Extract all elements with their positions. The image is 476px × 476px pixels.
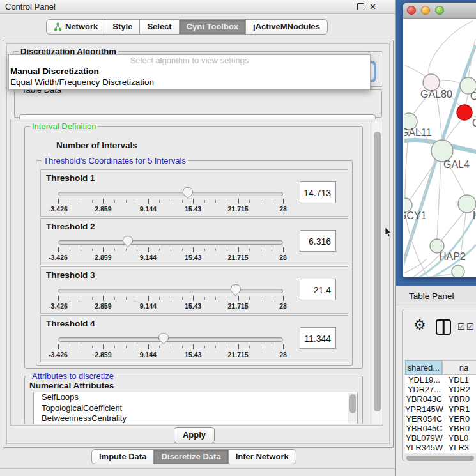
table-row[interactable]: YDL19...YDL1 xyxy=(405,375,476,385)
table-cell[interactable]: YLR345W xyxy=(405,443,443,452)
table-cell[interactable]: YDR2 xyxy=(443,385,476,394)
slider-ticks xyxy=(58,247,283,254)
scrollbar-thumb[interactable] xyxy=(349,394,356,413)
table-row[interactable]: YBR043CYBR0 xyxy=(405,394,476,404)
network-edge[interactable] xyxy=(410,160,437,200)
table-cell[interactable]: YDL19... xyxy=(405,375,443,385)
checkbox-icon[interactable]: ☑ xyxy=(466,323,474,331)
threshold-slider[interactable]: -3.4262.8599.14415.4321.71528 xyxy=(58,335,283,360)
option-equal-width-frequency[interactable]: Equal Width/Frequency Discretization xyxy=(10,77,154,87)
table-cell[interactable]: YBR0 xyxy=(443,424,476,433)
threshold-slider[interactable]: -3.4262.8599.14415.4321.71528 xyxy=(58,189,283,215)
table-cell[interactable]: YBL079W xyxy=(405,433,443,443)
slider-track[interactable] xyxy=(58,192,283,196)
column-header-shared-name[interactable]: shared... xyxy=(405,360,442,375)
apply-button[interactable]: Apply xyxy=(174,427,215,443)
threshold-value-field[interactable]: 6.316 xyxy=(300,230,336,252)
network-node[interactable] xyxy=(431,140,453,162)
table-row[interactable]: YIL052CYIL0 xyxy=(405,453,476,454)
tab-network[interactable]: Network xyxy=(46,19,105,35)
table-cell[interactable]: YBL0 xyxy=(443,433,476,443)
split-columns-icon[interactable] xyxy=(436,319,451,335)
list-item[interactable]: BetweennessCentrality xyxy=(34,413,357,424)
table-cell[interactable]: YPR145W xyxy=(405,404,443,414)
slider-track[interactable] xyxy=(58,337,283,342)
network-edge[interactable] xyxy=(404,63,427,78)
table-row[interactable]: YER054CYER0 xyxy=(405,414,476,424)
slider-thumb[interactable] xyxy=(182,187,194,199)
slider-thumb[interactable] xyxy=(230,284,242,296)
float-window-icon[interactable] xyxy=(357,3,364,10)
network-node[interactable] xyxy=(457,105,472,120)
network-window-titlebar[interactable] xyxy=(403,3,476,19)
network-edge[interactable] xyxy=(465,94,468,106)
list-item[interactable]: TopologicalCoefficient xyxy=(34,403,357,414)
table-row[interactable]: YBL079WYBL0 xyxy=(405,433,476,443)
table-row[interactable]: YBR045CYBR0 xyxy=(405,424,476,433)
threshold-label: Threshold 3 xyxy=(46,270,95,280)
table-row[interactable]: YDR27...YDR2 xyxy=(405,385,476,394)
network-edge[interactable] xyxy=(440,80,461,84)
list-scrollbar[interactable] xyxy=(348,393,357,423)
threshold-slider[interactable]: -3.4262.8599.14415.4321.71528 xyxy=(58,238,283,263)
close-icon[interactable]: ✕ xyxy=(369,3,376,11)
network-canvas[interactable]: GAL80GACGAL11GAL4GCY1HHAP2 xyxy=(404,19,476,277)
table-cell[interactable]: YIL052C xyxy=(405,453,443,454)
minimize-traffic-light[interactable] xyxy=(421,6,430,15)
table-cell[interactable]: YPR1 xyxy=(443,404,476,414)
table-cell[interactable]: YBR043C xyxy=(405,394,443,404)
tab-style[interactable]: Style xyxy=(105,19,140,35)
network-edge[interactable] xyxy=(441,211,464,241)
table-cell[interactable]: YDR27... xyxy=(405,385,443,394)
tab-select[interactable]: Select xyxy=(139,19,179,35)
slider-track[interactable] xyxy=(58,289,283,293)
scrollbar-thumb[interactable] xyxy=(374,132,381,411)
slider-tick-labels: -3.4262.8599.14415.4321.71528 xyxy=(58,302,283,310)
slider-thumb[interactable] xyxy=(122,235,134,248)
tab-discretize-data[interactable]: Discretize Data xyxy=(153,449,228,464)
table-row[interactable]: YLR345WYLR3 xyxy=(405,443,476,452)
slider-thumb[interactable] xyxy=(158,332,169,345)
network-view[interactable]: GAL80GACGAL11GAL4GCY1HHAP2 xyxy=(404,19,476,277)
option-manual-discretization[interactable]: Manual Discretization xyxy=(10,66,99,76)
numerical-attributes-list[interactable]: SelfLoopsTopologicalCoefficientBetweenne… xyxy=(33,392,358,424)
threshold-slider[interactable]: -3.4262.8599.14415.4321.71528 xyxy=(58,286,283,312)
table-row[interactable]: YPR145WYPR1 xyxy=(405,404,476,414)
right-pane: GAL80GACGAL11GAL4GCY1HHAP2 Table Panel ⚙… xyxy=(396,0,476,476)
gear-icon[interactable]: ⚙ xyxy=(413,318,426,332)
table-cell[interactable]: YER054C xyxy=(405,414,443,424)
table-cell[interactable]: YBR045C xyxy=(405,424,443,433)
tab-cyni-toolbox[interactable]: Cyni Toolbox xyxy=(179,19,246,35)
table-cell[interactable]: YDL1 xyxy=(443,375,476,385)
list-item[interactable]: SelfLoops xyxy=(34,392,357,403)
network-node[interactable] xyxy=(452,265,464,277)
threshold-value-field[interactable]: 14.713 xyxy=(300,181,336,203)
tab-impute-data[interactable]: Impute Data xyxy=(91,449,154,464)
algorithm-hint: Select algorithm to view settings xyxy=(9,56,370,65)
table-cell[interactable]: YER0 xyxy=(443,414,476,424)
threshold-value-field[interactable]: 11.344 xyxy=(300,327,336,349)
network-view-window[interactable]: GAL80GACGAL11GAL4GCY1HHAP2 xyxy=(403,3,476,277)
horizontal-scrollbar[interactable] xyxy=(405,454,476,461)
close-traffic-light[interactable] xyxy=(407,6,416,15)
network-edge[interactable] xyxy=(404,274,453,277)
zoom-traffic-light[interactable] xyxy=(435,6,444,15)
node-label: GAL11 xyxy=(404,127,432,138)
tab-jactivemnodules[interactable]: jActiveMNodules xyxy=(245,19,328,35)
checkbox-icon[interactable]: ☑ xyxy=(457,323,465,331)
threshold-value-field[interactable]: 21.4 xyxy=(300,279,336,300)
mouse-cursor xyxy=(385,227,393,238)
node-label: HAP2 xyxy=(439,251,466,262)
node-label: C xyxy=(472,118,476,128)
tab-infer-network[interactable]: Infer Network xyxy=(228,449,296,464)
table-cell[interactable]: YLR3 xyxy=(443,443,476,452)
slider-tick-labels: -3.4262.8599.14415.4321.71528 xyxy=(58,351,283,358)
bottom-tab-bar: Impute Data Discretize Data Infer Networ… xyxy=(91,449,296,464)
network-edge[interactable] xyxy=(437,162,441,239)
slider-track[interactable] xyxy=(58,240,283,245)
scrollbar-thumb[interactable] xyxy=(406,456,474,461)
table-cell[interactable]: YIL0 xyxy=(443,453,476,454)
table-cell[interactable]: YBR0 xyxy=(443,394,476,404)
column-header-name[interactable]: na xyxy=(442,360,476,375)
vertical-scrollbar[interactable] xyxy=(372,120,382,424)
